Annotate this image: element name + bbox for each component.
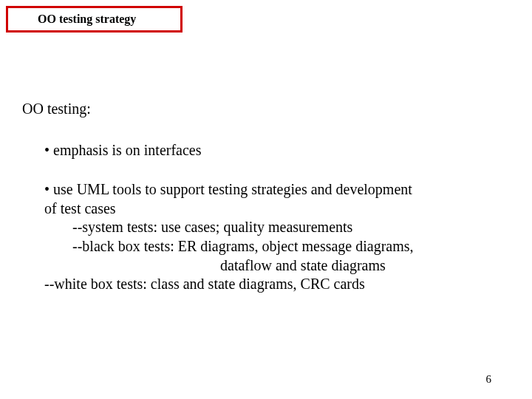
sub-list: --system tests: use cases; quality measu…: [72, 218, 510, 275]
page-number: 6: [486, 373, 492, 386]
bullet-text-line: of test cases: [44, 200, 116, 216]
sub-item-continuation: dataflow and state diagrams: [220, 256, 510, 276]
bullet-text-line: • use UML tools to support testing strat…: [44, 181, 412, 197]
slide-title-box: OO testing strategy: [6, 6, 183, 33]
slide-title: OO testing strategy: [38, 13, 136, 25]
sub-item: --white box tests: class and state diagr…: [44, 275, 510, 294]
sub-item: --black box tests: ER diagrams, object m…: [72, 237, 510, 256]
bullet-item: • use UML tools to support testing strat…: [44, 180, 510, 294]
sub-item: --system tests: use cases; quality measu…: [72, 218, 510, 237]
section-heading: OO testing:: [22, 100, 510, 119]
bullet-list: • emphasis is on interfaces • use UML to…: [44, 141, 510, 294]
bullet-item: • emphasis is on interfaces: [44, 141, 510, 160]
slide-body: OO testing: • emphasis is on interfaces …: [22, 100, 510, 294]
